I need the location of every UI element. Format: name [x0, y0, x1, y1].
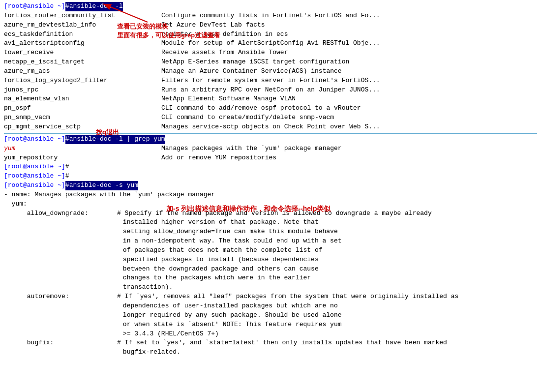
line-26: in a non-idempotent way. The task could … — [4, 237, 537, 246]
line-6: tower_receive Receive assets from Ansibl… — [4, 48, 537, 58]
line-27: of packages that does not match the comp… — [4, 246, 537, 255]
line-12: pn_ospf CLI command to add/remove ospf p… — [4, 104, 537, 113]
line-24: installed higher version of that package… — [4, 218, 537, 227]
line-21: - name: Manages packages with the `yum' … — [4, 190, 537, 200]
line-18: [root@ansible ~]# — [4, 162, 537, 172]
annotation-quit: 按q退出 — [96, 128, 119, 137]
line-29: between the downgraded package and other… — [4, 265, 537, 274]
line-31: transaction). — [4, 283, 537, 292]
line-25: setting allow_downgrade=True can make th… — [4, 227, 537, 237]
line-15: [root@ansible ~]#ansible-doc -l | grep y… — [4, 135, 537, 144]
line-9: fortios_log_syslogd2_filter Filters for … — [4, 76, 537, 86]
line-19: [root@ansible ~]# — [4, 172, 537, 181]
line-20: [root@ansible ~]#ansible-doc -s yum — [4, 181, 537, 190]
line-37: bugfix: # If set to `yes', and `state=la… — [4, 338, 537, 348]
prompt-3: [root@ansible ~] — [4, 162, 65, 172]
line-11: na_elementsw_vlan NetApp Element Softwar… — [4, 94, 537, 104]
section-divider — [4, 133, 537, 134]
line-3: azure_rm_devtestlab_info Get Azure DevTe… — [4, 21, 537, 30]
line-4: ecs_taskdefinition register a task defin… — [4, 30, 537, 39]
line-34: longer required by any such package. Sho… — [4, 311, 537, 320]
cmd-s-yum: #ansible-doc -s yum — [65, 181, 138, 190]
line-7: netapp_e_iscsi_target NetApp E-Series ma… — [4, 58, 537, 67]
cmd-empty-2: # — [65, 172, 69, 181]
line-36: >= 3.4.3 (RHEL/CentOS 7+) — [4, 330, 537, 339]
line-13: pn_snmp_vacm CLI command to create/modif… — [4, 113, 537, 122]
line-17: yum_repository Add or remove YUM reposit… — [4, 153, 537, 163]
line-8: azure_rm_acs Manage an Azure Container S… — [4, 67, 537, 76]
line-35: or when state is `absent' NOTE: This fea… — [4, 320, 537, 330]
line-2: fortios_router_community_list Configure … — [4, 11, 537, 21]
terminal: [root@ansible ~]#ansible-doc -l fortios_… — [0, 0, 541, 392]
line-30: changes to the packages which were in th… — [4, 273, 537, 283]
line-38: bugfix-related. — [4, 348, 537, 357]
line-10: junos_rpc Runs an arbitrary RPC over Net… — [4, 86, 537, 95]
annotation-installed-modules: 查看已安装的模块里面有很多，可以使用grep过滤查看 — [117, 22, 220, 40]
line-32: autoremove: # If `yes', removes all "lea… — [4, 292, 537, 302]
line-14: cp_mgmt_service_sctp Manages service-sct… — [4, 122, 537, 132]
yum-module: yum — [4, 144, 161, 153]
line-5: avi_alertscriptconfig Module for setup o… — [4, 39, 537, 48]
line-1: [root@ansible ~]#ansible-doc -l — [4, 2, 537, 11]
cmd-1: #ansible-doc -l — [65, 2, 123, 11]
line-33: dependencies of user-installed packages … — [4, 302, 537, 311]
cmd-empty-1: # — [65, 162, 69, 172]
prompt-4: [root@ansible ~] — [4, 172, 65, 181]
prompt-5: [root@ansible ~] — [4, 181, 65, 190]
prompt-1: [root@ansible ~] — [4, 2, 65, 11]
line-16: yum Manages packages with the `yum' pack… — [4, 144, 537, 153]
line-28: specified packages to install (because d… — [4, 255, 537, 265]
annotation-s-flag: 加-s 列出描述信息和操作动作，和命令选择--help类似 — [166, 205, 331, 213]
prompt-2: [root@ansible ~] — [4, 135, 65, 144]
